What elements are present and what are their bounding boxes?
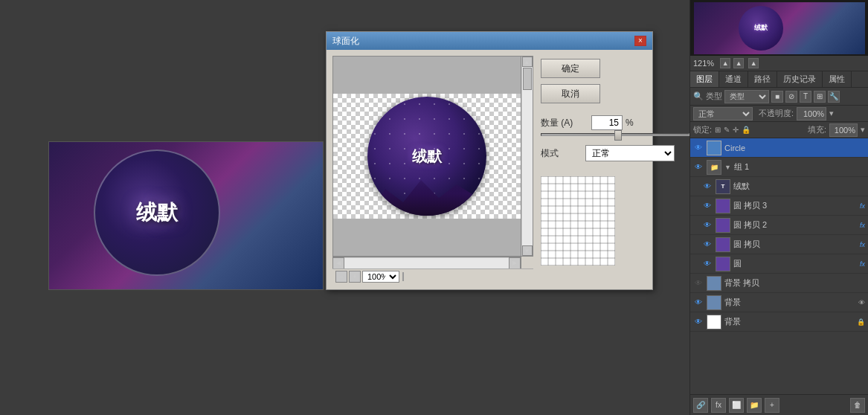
mode-select[interactable]: 正常 水平优先 垂直优先 [585, 145, 675, 161]
layer-eye-round-copy[interactable]: 👁 [702, 239, 713, 250]
lock-position-icon[interactable]: ✛ [733, 126, 739, 134]
group-arrow-1[interactable]: ▼ [724, 164, 731, 171]
thumbnail-text: 绒默 [754, 23, 768, 33]
confirm-button[interactable]: 确定 [541, 59, 600, 78]
layer-item-bg[interactable]: 👁 背景 👁 [690, 293, 868, 312]
layer-name-group1: 组 1 [734, 161, 865, 173]
amount-input[interactable] [591, 115, 623, 130]
layer-name-bg-copy: 背景 拷贝 [724, 277, 865, 289]
opacity-input[interactable] [797, 107, 826, 120]
dialog-close-button[interactable]: × [634, 36, 646, 46]
layer-item-group1[interactable]: 👁 📁 ▼ 组 1 [690, 158, 868, 177]
layer-item-bg-fill[interactable]: 👁 背景 🔒 [690, 312, 868, 332]
link-layers-btn[interactable]: 🔗 [693, 398, 708, 413]
preview-circle-text: 绒默 [412, 147, 442, 167]
layer-eye-circle[interactable]: 👁 [693, 143, 704, 153]
zoom-increase-btn[interactable]: ▲ [733, 58, 744, 68]
filter-btn-1[interactable]: ■ [771, 91, 783, 103]
layer-thumb-group1: 📁 [707, 160, 721, 175]
preview-area: 绒默 ▲ ▼ ◀ [332, 56, 533, 283]
layer-item-round[interactable]: 👁 圆 fx [690, 254, 868, 274]
zoom-full-btn[interactable]: ▲ [748, 58, 759, 68]
filter-btn-2[interactable]: ⊘ [785, 91, 797, 103]
slider-thumb[interactable] [614, 130, 622, 141]
layer-thumb-bg [707, 295, 721, 310]
layer-item-round-copy[interactable]: 👁 圆 拷贝 fx [690, 235, 868, 254]
new-group-btn[interactable]: 📁 [747, 398, 762, 413]
fill-input[interactable] [829, 123, 858, 137]
layer-visibility-icon-bg[interactable]: 👁 [858, 299, 865, 306]
layer-item-round2[interactable]: 👁 圆 拷贝 2 fx [690, 216, 868, 235]
delete-layer-btn[interactable]: 🗑 [850, 398, 865, 413]
layer-eye-round2[interactable]: 👁 [702, 220, 713, 231]
layer-eye-group1[interactable]: 👁 [693, 162, 704, 173]
layer-fx-round-copy: fx [860, 241, 865, 248]
new-layer-btn[interactable]: + [765, 398, 779, 413]
preview-circle: 绒默 [367, 97, 486, 216]
params-section: 数量 (A) % 模式 正常 水平优先 [541, 109, 689, 164]
layer-item-text[interactable]: 👁 T 绒默 [690, 177, 868, 196]
cancel-button[interactable]: 取消 [541, 84, 600, 103]
layer-eye-bg-copy[interactable]: 👁 [693, 278, 704, 289]
blend-mode-select[interactable]: 正常 [693, 107, 753, 120]
filter-btn-5[interactable]: 🔧 [828, 91, 840, 103]
zoom-decrease-btn[interactable]: ▲ [720, 58, 730, 68]
preview-main: 绒默 [333, 94, 521, 219]
opacity-dropdown-icon[interactable]: ▾ [829, 109, 834, 118]
layer-lock-icon: 🔒 [857, 318, 865, 326]
layer-name-text: 绒默 [733, 181, 865, 192]
scroll-right-btn[interactable]: ▶ [509, 257, 521, 269]
thumbnail-circle: 绒默 [739, 6, 783, 51]
filter-btn-3[interactable]: T [800, 91, 811, 103]
layer-eye-bg[interactable]: 👁 [693, 297, 704, 308]
layer-name-bg-fill: 背景 [724, 316, 854, 327]
search-type-label: 类型 [706, 91, 722, 102]
layer-fx-round: fx [860, 260, 865, 268]
scroll-down-btn[interactable]: ▼ [522, 245, 533, 256]
add-mask-btn[interactable]: ⬜ [729, 398, 744, 413]
panel-tabs: 图层 通道 路径 历史记录 属性 [690, 71, 868, 88]
canvas-circle-text: 绒默 [136, 199, 178, 227]
layer-eye-bg-fill[interactable]: 👁 [693, 317, 704, 327]
layer-eye-round3[interactable]: 👁 [702, 201, 713, 211]
scroll-left-btn[interactable]: ◀ [332, 257, 344, 269]
layer-thumb-bg-copy [707, 276, 721, 291]
layer-item-circle[interactable]: 👁 Circle [690, 138, 868, 158]
blend-opacity-row: 正常 不透明度: ▾ [690, 106, 868, 122]
scroll-h-track [344, 258, 509, 268]
layer-eye-text[interactable]: 👁 [702, 181, 713, 192]
layer-thumb-circle [707, 141, 721, 155]
tab-history[interactable]: 历史记录 [777, 71, 823, 87]
scroll-up-btn[interactable]: ▲ [522, 57, 533, 67]
tab-channels[interactable]: 通道 [719, 71, 748, 87]
preview-toolbar: − + 100% [332, 268, 533, 283]
zoom-select[interactable]: 100% [362, 271, 399, 283]
lock-all-icon[interactable]: 🔒 [742, 126, 750, 134]
preview-scrollbar-v[interactable]: ▲ ▼ [521, 57, 533, 256]
layer-name-round: 圆 [733, 258, 857, 269]
tab-layers[interactable]: 图层 [690, 71, 719, 87]
fill-dropdown-icon[interactable]: ▾ [861, 125, 865, 135]
layer-fx-round2: fx [860, 222, 865, 229]
search-type-select[interactable]: 类型 [724, 90, 769, 103]
lock-image-icon[interactable]: ✎ [724, 126, 730, 134]
amount-unit: % [626, 118, 634, 128]
zoom-in-btn[interactable]: + [349, 271, 361, 283]
tab-paths[interactable]: 路径 [748, 71, 777, 87]
preview-scrollbar-h[interactable]: ◀ ▶ [332, 257, 521, 268]
tab-properties[interactable]: 属性 [823, 71, 852, 87]
layer-thumb-round [716, 257, 730, 271]
amount-slider[interactable] [541, 133, 689, 136]
zoom-out-btn[interactable]: − [335, 271, 347, 283]
filter-btn-4[interactable]: ⊞ [814, 91, 826, 103]
lock-transparent-icon[interactable]: ⊞ [715, 126, 721, 134]
layer-item-bg-copy[interactable]: 👁 背景 拷贝 [690, 274, 868, 293]
layer-item-round3[interactable]: 👁 圆 拷贝 3 fx [690, 196, 868, 216]
layer-name-bg: 背景 [724, 297, 855, 308]
scroll-thumb[interactable] [523, 68, 532, 90]
fill-label: 填充: [808, 124, 826, 135]
layer-eye-round[interactable]: 👁 [702, 259, 713, 269]
preview-bottom-gray [333, 219, 521, 256]
add-style-btn[interactable]: fx [711, 398, 726, 413]
dialog-titlebar: 球面化 × [327, 32, 652, 50]
